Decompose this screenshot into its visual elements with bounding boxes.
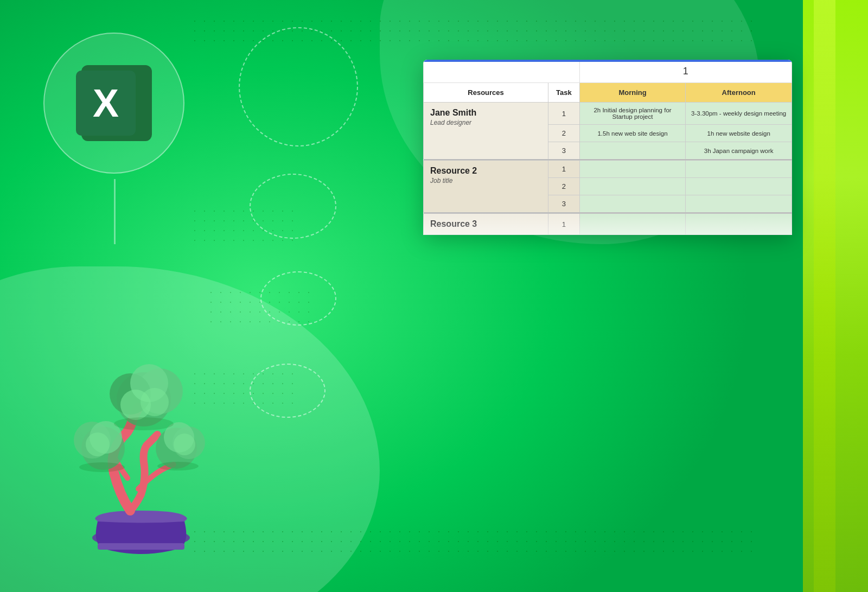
afternoon-cell	[686, 161, 792, 178]
afternoon-cell	[686, 195, 792, 213]
dashed-circle-3	[260, 271, 336, 326]
task-number-cell: 1	[548, 214, 580, 235]
task-number-cell: 2	[548, 125, 580, 142]
dashed-circle-4	[250, 364, 326, 418]
afternoon-header: Afternoon	[686, 83, 792, 103]
connector-line	[114, 179, 116, 244]
morning-cell	[579, 214, 686, 235]
svg-point-15	[174, 434, 195, 455]
excel-icon: X	[71, 60, 157, 147]
task-number-cell: 3	[548, 142, 580, 160]
schedule-table: 1 Resources Task Morning Afternoon Jane …	[423, 60, 792, 235]
table-row: Jane SmithLead designer12h Initial desig…	[424, 103, 792, 125]
afternoon-cell: 3-3.30pm - weekly design meeting	[686, 103, 792, 125]
morning-cell	[579, 161, 686, 178]
spreadsheet: 1 Resources Task Morning Afternoon Jane …	[423, 60, 792, 235]
excel-icon-container: X	[43, 33, 184, 174]
task-number-cell: 1	[548, 161, 580, 178]
resource-title: Job title	[430, 177, 541, 184]
svg-point-18	[157, 462, 199, 470]
accent-stripe-1	[803, 0, 868, 592]
empty-header-cell	[424, 60, 580, 83]
afternoon-cell	[686, 178, 792, 195]
resource-title: Lead designer	[430, 119, 541, 126]
resource-name: Jane Smith	[430, 108, 541, 118]
bonsai-illustration	[43, 310, 239, 559]
dashed-circle-1	[239, 27, 358, 147]
resource-name-cell: Resource 2Job title	[424, 161, 548, 213]
day-header-row: 1	[424, 60, 792, 83]
resource-name: Resource 3	[430, 219, 541, 229]
task-number-cell: 3	[548, 195, 580, 213]
morning-cell	[579, 178, 686, 195]
table-body: Jane SmithLead designer12h Initial desig…	[424, 103, 792, 235]
svg-point-13	[141, 388, 169, 416]
table-row: Resource 2Job title1	[424, 161, 792, 178]
morning-cell	[579, 195, 686, 213]
morning-cell: 1.5h new web site design	[579, 125, 686, 142]
dashed-circle-2	[250, 174, 336, 239]
morning-cell	[579, 142, 686, 160]
dots-pattern-bottom	[190, 527, 760, 559]
day-number: 1	[683, 66, 688, 77]
excel-icon-front: X	[76, 71, 136, 136]
afternoon-cell: 1h new website design	[686, 125, 792, 142]
day-number-cell: 1	[579, 60, 792, 83]
task-number-cell: 2	[548, 178, 580, 195]
task-header: Task	[548, 83, 580, 103]
afternoon-cell	[686, 214, 792, 235]
svg-rect-1	[98, 543, 184, 550]
column-header-row: Resources Task Morning Afternoon	[424, 83, 792, 103]
accent-stripe-2	[814, 0, 835, 592]
resource-name-cell: Jane SmithLead designer	[424, 103, 548, 160]
morning-cell: 2h Initial design planning for Startup p…	[579, 103, 686, 125]
table-row: Resource 31	[424, 214, 792, 235]
svg-point-14	[86, 432, 110, 456]
morning-header: Morning	[579, 83, 686, 103]
resources-header: Resources	[424, 83, 548, 103]
day-blue-bar	[580, 60, 792, 62]
resource-name: Resource 2	[430, 166, 541, 176]
resource-name-cell: Resource 3	[424, 214, 548, 235]
svg-point-17	[79, 462, 125, 472]
task-number-cell: 1	[548, 103, 580, 125]
excel-letter: X	[93, 84, 119, 123]
afternoon-cell: 3h Japan campaign work	[686, 142, 792, 160]
svg-point-16	[114, 417, 174, 430]
